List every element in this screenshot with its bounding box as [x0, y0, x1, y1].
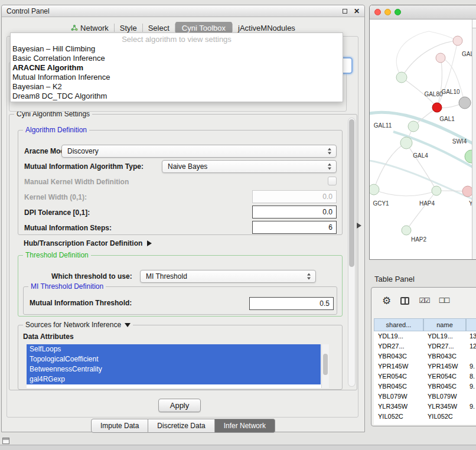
- table-cell[interactable]: YLR345W: [374, 402, 423, 412]
- network-scroll-button[interactable]: [472, 19, 476, 28]
- close-icon[interactable]: ✕: [354, 7, 360, 15]
- table-cell[interactable]: YPR145W: [423, 361, 466, 371]
- table-cell[interactable]: YDR27...: [374, 341, 423, 351]
- table-row[interactable]: YDL19...YDL19...13: [374, 331, 476, 341]
- aracne-mode-select[interactable]: Discovery: [61, 145, 337, 158]
- table-cell[interactable]: [466, 392, 476, 402]
- table-cell[interactable]: 9.: [466, 361, 476, 371]
- table-cell[interactable]: YBR045C: [423, 381, 466, 392]
- network-node[interactable]: [432, 103, 442, 112]
- table-cell[interactable]: YBR045C: [374, 381, 423, 392]
- table-cell[interactable]: YBL079W: [374, 392, 423, 402]
- table-cell[interactable]: YDR27...: [423, 341, 466, 351]
- select-all-icon[interactable]: ☑☑: [419, 296, 429, 305]
- network-node[interactable]: [459, 97, 471, 109]
- network-canvas[interactable]: GAL8 GAL80 GAL10 GAL11 GAL1 SWI4 GAL4 GC…: [370, 19, 472, 259]
- mi-threshold-field[interactable]: 0.5: [249, 297, 334, 310]
- network-node[interactable]: [453, 36, 462, 45]
- table-row[interactable]: YLR345WYLR345W9.: [374, 402, 476, 412]
- table-cell[interactable]: YDL19...: [423, 331, 466, 341]
- settings-scrollbar-thumb[interactable]: [349, 119, 354, 267]
- gear-icon[interactable]: ⚙: [382, 296, 391, 306]
- attribute-item[interactable]: gal4RGexp: [27, 374, 321, 384]
- network-node[interactable]: [402, 226, 411, 235]
- algorithm-option[interactable]: Basic Correlation Inference: [11, 54, 343, 63]
- network-node[interactable]: [432, 186, 441, 195]
- hub-definition-expander[interactable]: Hub/Transcription Factor Definition: [24, 237, 152, 248]
- table-cell[interactable]: YBL079W: [423, 392, 466, 402]
- tab-label: Cyni Toolbox: [182, 24, 226, 32]
- table-row[interactable]: YPR145WYPR145W9.: [374, 361, 476, 371]
- table-cell[interactable]: YER054C: [374, 371, 423, 381]
- mi-threshold-value: 0.5: [319, 299, 330, 308]
- table-cell[interactable]: 8.: [466, 371, 476, 381]
- column-header-name[interactable]: name: [423, 318, 466, 331]
- tab-discretize-data[interactable]: Discretize Data: [148, 419, 214, 433]
- table-cell[interactable]: YDL19...: [374, 331, 423, 341]
- attribute-item[interactable]: SelfLoops: [27, 344, 321, 354]
- columns-icon[interactable]: [400, 297, 409, 305]
- dpi-tolerance-field[interactable]: 0.0: [252, 206, 337, 219]
- collapse-arrow-icon[interactable]: [125, 323, 131, 327]
- network-node[interactable]: [370, 184, 379, 195]
- table-cell[interactable]: 12: [466, 341, 476, 351]
- network-node[interactable]: [396, 72, 407, 83]
- table-row[interactable]: YER054CYER054C8.: [374, 371, 476, 381]
- apply-button[interactable]: Apply: [158, 399, 201, 412]
- network-node[interactable]: [400, 137, 412, 149]
- table-cell[interactable]: YIL052C: [374, 412, 423, 422]
- network-edge: [396, 31, 429, 77]
- table-cell[interactable]: [466, 351, 476, 361]
- restore-panel-icon[interactable]: [2, 438, 9, 444]
- algorithm-option[interactable]: Dream8 DC_TDC Algorithm: [11, 92, 343, 101]
- table-cell[interactable]: YIL052C: [423, 412, 466, 422]
- network-node[interactable]: [462, 186, 472, 197]
- tab-infer-network[interactable]: Infer Network: [215, 419, 275, 433]
- mi-type-select[interactable]: Naive Bayes: [162, 160, 337, 173]
- attributes-scrollbar[interactable]: [321, 344, 329, 388]
- control-panel-titlebar: Control Panel ✕: [2, 5, 364, 17]
- network-node[interactable]: [408, 121, 419, 132]
- kernel-width-field[interactable]: 0.0: [252, 190, 337, 203]
- mi-steps-field[interactable]: 6: [252, 221, 337, 234]
- which-threshold-select[interactable]: MI Threshold: [140, 270, 316, 283]
- table-cell[interactable]: YPR145W: [374, 361, 423, 371]
- manual-kernel-checkbox[interactable]: [328, 177, 337, 185]
- settings-scrollbar[interactable]: [348, 118, 356, 387]
- table-row[interactable]: YIL052CYIL052C: [374, 412, 476, 422]
- network-node[interactable]: [436, 53, 445, 63]
- table-cell[interactable]: YBR043C: [374, 351, 423, 361]
- algorithm-option[interactable]: Bayesian – K2: [11, 82, 343, 92]
- table-cell[interactable]: 13: [466, 331, 476, 341]
- algorithm-option[interactable]: Mutual Information Inference: [11, 73, 343, 82]
- network-node[interactable]: [465, 150, 472, 163]
- minimize-traffic-light[interactable]: [384, 9, 391, 15]
- tab-impute-data[interactable]: Impute Data: [91, 419, 148, 433]
- table-row[interactable]: YDR27...YDR27...12: [374, 341, 476, 351]
- table-cell[interactable]: [466, 412, 476, 422]
- table-row[interactable]: YBR043CYBR043C: [374, 351, 476, 361]
- table-row[interactable]: YBL079WYBL079W: [374, 392, 476, 402]
- table-cell[interactable]: 9.: [466, 402, 476, 412]
- table-row[interactable]: YBR045CYBR045C9.: [374, 381, 476, 392]
- column-header-extra[interactable]: [466, 318, 476, 331]
- close-traffic-light[interactable]: [374, 9, 381, 15]
- algorithm-option[interactable]: Bayesian – Hill Climbing: [11, 44, 343, 54]
- deselect-all-icon[interactable]: ☐☐: [439, 296, 449, 305]
- table-cell[interactable]: YLR345W: [423, 402, 466, 412]
- column-header-shared-name[interactable]: shared...: [374, 318, 423, 331]
- zoom-traffic-light[interactable]: [395, 9, 401, 15]
- threshold-definition-group: Threshold Definition Which threshold to …: [18, 255, 343, 317]
- network-scrollbar[interactable]: [472, 19, 476, 259]
- network-edge: [402, 41, 458, 77]
- network-node-label: GAL1: [439, 116, 455, 122]
- attribute-item[interactable]: BetweennessCentrality: [27, 364, 321, 374]
- panel-collapse-arrow[interactable]: [357, 223, 361, 229]
- float-panel-icon[interactable]: [343, 9, 347, 14]
- algorithm-option-selected[interactable]: ARACNE Algorithm: [11, 63, 343, 73]
- table-cell[interactable]: YBR043C: [423, 351, 466, 361]
- attribute-item[interactable]: TopologicalCoefficient: [27, 354, 321, 364]
- table-cell[interactable]: YER054C: [423, 371, 466, 381]
- table-cell[interactable]: 9.: [466, 381, 476, 392]
- attributes-scrollbar-thumb[interactable]: [323, 354, 328, 375]
